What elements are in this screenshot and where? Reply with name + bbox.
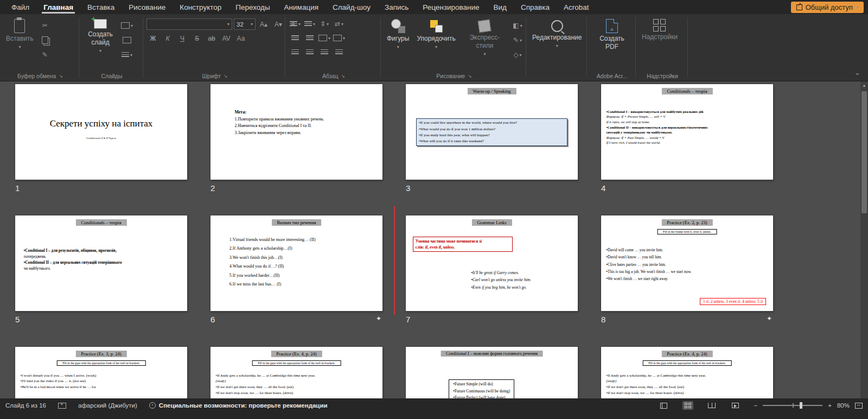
menu-tab-Переходы[interactable]: Переходы bbox=[228, 0, 277, 14]
slide-thumbnail-10[interactable]: Practice (Ex. 4, p. 24)Fill in the gaps … bbox=[210, 347, 382, 398]
align-left-icon bbox=[291, 49, 299, 55]
shape-outline-button[interactable]: ✎▾ bbox=[511, 35, 524, 46]
zoom-level[interactable]: 80% bbox=[837, 402, 850, 409]
shapes-button[interactable]: Фигуры ▾ bbox=[384, 16, 412, 71]
quick-styles-button[interactable]: Экспресс-стили ▾ bbox=[461, 16, 509, 71]
collapse-ribbon-button[interactable]: ⌄ bbox=[854, 68, 860, 77]
editing-button[interactable]: Редактирование ▾ bbox=[529, 16, 584, 71]
scroll-up-icon[interactable]: ▲ bbox=[860, 81, 868, 90]
smartart-button[interactable]: ▾ bbox=[333, 33, 346, 43]
line-spacing-button[interactable]: ⇕▾ bbox=[318, 18, 331, 29]
increase-indent-button[interactable] bbox=[303, 33, 316, 43]
text-direction-button[interactable]: ⇄▾ bbox=[333, 18, 346, 29]
character-spacing-button[interactable]: AV bbox=[220, 33, 233, 44]
shape-effects-button[interactable]: ◇▾ bbox=[511, 49, 524, 60]
decrease-font-button[interactable]: А▾ bbox=[272, 19, 285, 30]
menu-tab-Анимация[interactable]: Анимация bbox=[277, 0, 326, 14]
slide-indicator: Слайд 6 из 16 bbox=[5, 401, 46, 410]
animation-star-icon[interactable]: ✦ bbox=[376, 315, 381, 322]
accessibility-button[interactable]: Специальные возможности: проверьте реком… bbox=[149, 401, 328, 410]
slide-block-banner: Practice (Ex. 4, p. 24) bbox=[271, 351, 322, 357]
create-pdf-button[interactable]: A Создать PDF bbox=[590, 16, 634, 71]
slide-thumbnail-4[interactable]: Conditionals – теорія•Conditional I – ви… bbox=[601, 84, 773, 180]
zoom-out-button[interactable]: − bbox=[754, 402, 758, 409]
menu-tab-Главная[interactable]: Главная bbox=[36, 0, 80, 14]
slide-thumbnail-9[interactable]: Practice (Ex. 3, p. 24)Fill in the gaps … bbox=[15, 347, 187, 398]
justify-button[interactable] bbox=[333, 47, 346, 58]
align-right-button[interactable] bbox=[318, 47, 331, 58]
slide-thumbnail-8[interactable]: Practice (Ex. 2, p. 23)Fill in the blank… bbox=[601, 215, 773, 311]
slide-block-redbox: Умовна частина може починатися зіслів: i… bbox=[413, 237, 513, 252]
slide-thumbnail-3[interactable]: Warm-up / SpeakingОбговорення в парах/гр… bbox=[406, 84, 578, 180]
underline-button[interactable]: Ч bbox=[176, 33, 189, 44]
decrease-indent-button[interactable] bbox=[289, 33, 302, 43]
shapes-label: Фигуры bbox=[387, 35, 409, 43]
slide-thumbnail-6[interactable]: Визнач тип речення1.Virtual friends woul… bbox=[210, 215, 382, 311]
reset-slide-button[interactable] bbox=[120, 35, 133, 46]
layout-button[interactable]: ▾ bbox=[120, 20, 133, 31]
format-painter-button[interactable]: ✎ bbox=[39, 49, 52, 60]
cut-button[interactable]: ✂ bbox=[39, 20, 52, 31]
menu-tab-Рецензирование[interactable]: Рецензирование bbox=[416, 0, 486, 14]
reading-view-button[interactable] bbox=[706, 401, 717, 410]
fit-to-window-icon[interactable] bbox=[855, 403, 863, 409]
align-center-button[interactable] bbox=[303, 47, 316, 58]
slide-block-body: •I won't disturb you if you … when I arr… bbox=[21, 373, 97, 391]
zoom-slider[interactable] bbox=[763, 405, 822, 406]
align-left-button[interactable] bbox=[289, 47, 302, 58]
slide-thumbnail-7[interactable]: Grammar LinksУмовна частина може починат… bbox=[406, 215, 578, 311]
normal-view-button[interactable] bbox=[659, 401, 669, 410]
slideshow-button[interactable] bbox=[730, 401, 741, 410]
scrollbar-thumb[interactable] bbox=[861, 91, 867, 213]
numbering-button[interactable]: ▾ bbox=[303, 18, 316, 29]
menu-tab-Запись[interactable]: Запись bbox=[378, 0, 416, 14]
addins-button[interactable]: Надстройки bbox=[639, 16, 680, 71]
menu-tab-Рисование[interactable]: Рисование bbox=[122, 0, 173, 14]
dialog-launcher-icon[interactable]: ↘ bbox=[59, 73, 63, 79]
menu-tab-Слайд-шоу[interactable]: Слайд-шоу bbox=[326, 0, 378, 14]
copy-button[interactable] bbox=[39, 35, 52, 46]
slide-thumbnail-11[interactable]: Conditional I – можливі форми головного … bbox=[406, 347, 578, 398]
dialog-launcher-icon[interactable]: ↘ bbox=[468, 73, 472, 79]
ribbon-group-clipboard: Вставить ▾ ✂ ✎ Буфер обмена↘ bbox=[0, 14, 79, 81]
menu-tab-Вид[interactable]: Вид bbox=[487, 0, 514, 14]
strikethrough-button[interactable]: S bbox=[190, 33, 203, 44]
dialog-launcher-icon[interactable]: ↘ bbox=[224, 73, 228, 79]
shape-fill-button[interactable]: ◧▾ bbox=[511, 20, 524, 31]
chevron-down-icon: ▾ bbox=[435, 45, 437, 50]
menu-tab-Файл[interactable]: Файл bbox=[4, 0, 36, 14]
font-size-select[interactable]: 32 ▾ bbox=[234, 18, 256, 30]
animation-star-icon[interactable]: ✦ bbox=[767, 315, 772, 322]
bullets-button[interactable]: ▾ bbox=[289, 18, 302, 29]
zoom-in-button[interactable]: + bbox=[828, 402, 832, 409]
slide-thumbnail-12[interactable]: Practice (Ex. 4, p. 24)Fill in the gaps … bbox=[601, 347, 773, 398]
paste-button[interactable]: Вставить ▾ bbox=[3, 16, 36, 71]
bold-button[interactable]: Ж bbox=[146, 33, 159, 44]
font-name-select[interactable]: ▾ bbox=[146, 18, 232, 30]
menu-tab-Конструктор[interactable]: Конструктор bbox=[173, 0, 228, 14]
increase-font-button[interactable]: А▴ bbox=[257, 19, 270, 30]
zoom-slider-thumb[interactable] bbox=[800, 402, 802, 409]
new-slide-button[interactable]: Создать слайд ▾ bbox=[82, 16, 118, 71]
slide-thumbnail-5[interactable]: Conditionals – теорія•Conditional I – дл… bbox=[15, 215, 187, 311]
slide-sorter-view-button[interactable] bbox=[682, 401, 693, 410]
menu-tab-Acrobat[interactable]: Acrobat bbox=[557, 0, 596, 14]
dialog-launcher-icon[interactable]: ↘ bbox=[341, 73, 345, 79]
columns-icon bbox=[318, 35, 327, 41]
slide-thumbnail-1[interactable]: Секрети успіху на іспитахConditionals (I… bbox=[15, 84, 187, 180]
display-settings-button[interactable] bbox=[58, 401, 66, 410]
vertical-scrollbar[interactable]: ▲ bbox=[860, 81, 868, 398]
menu-tab-Вставка[interactable]: Вставка bbox=[80, 0, 122, 14]
change-case-button[interactable]: Аа bbox=[234, 33, 247, 44]
section-button[interactable]: ▾ bbox=[120, 49, 133, 60]
text-shadow-button[interactable]: ab bbox=[205, 33, 218, 44]
menu-tab-Справка[interactable]: Справка bbox=[514, 0, 557, 14]
share-button[interactable]: Общий доступ ▾ bbox=[791, 2, 864, 13]
arrange-button[interactable]: Упорядочить ▾ bbox=[414, 16, 458, 71]
clipboard-group-label: Буфер обмена bbox=[17, 73, 56, 79]
language-button[interactable]: афарский (Джибути) bbox=[78, 401, 137, 410]
columns-button[interactable]: ▾ bbox=[318, 33, 331, 43]
italic-button[interactable]: К bbox=[161, 33, 174, 44]
slide-block-thinbox: Fill in the gaps with the appropriate fo… bbox=[642, 360, 732, 366]
slide-thumbnail-2[interactable]: Мета:1.Повторити правила вживання умовни… bbox=[210, 84, 382, 180]
